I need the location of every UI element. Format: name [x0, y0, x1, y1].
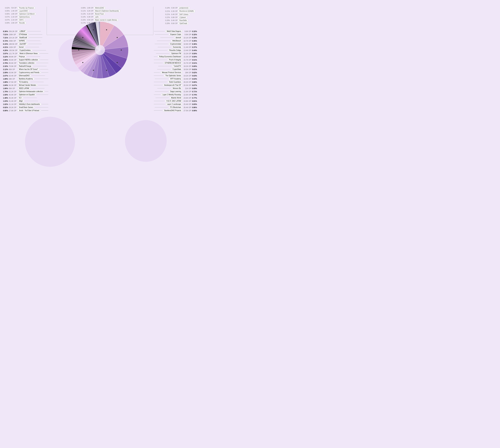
right-label-item: Layer 2 Landscape 25.4K OP 0.83%	[154, 103, 198, 105]
left-label-item: 3.06% 93.6K OP Support NERDs collection	[2, 59, 48, 61]
right-label-item: H.E.R. DAO LATAM 24.8K OP 0.81%	[154, 100, 198, 102]
right-label-item: CryptoStats 18.5K OP 0.61%	[154, 68, 198, 71]
right-label-item: donnoh 10.1K OP 0.33%	[154, 36, 198, 39]
right-label-item: Atlantis World 23.6K OP 0.77%	[154, 96, 198, 99]
right-labels-section: Web3 Data Degens 9.6K OP 0.32% Espacio C…	[154, 30, 198, 112]
left-label-item: 3.97% 121.7K OP Week in Ethereum News	[2, 52, 48, 55]
right-label-item: Messari Protocol Services 19K OP 0.62%	[154, 71, 198, 74]
right-label-item: ETHEREUM MÉXICO 15.7K OP 0.51%	[154, 62, 198, 64]
top-left-item: 0.06%1.8K OPOptimism Cult Merch	[5, 13, 36, 15]
top-right-item: 0.21%6.3K OPBlocktrend (區塊勢)	[165, 10, 195, 13]
left-label-item: 1.03% 31.4K OP diligit	[2, 100, 48, 102]
right-label-item: Web3 Data Degens 9.6K OP 0.32%	[154, 30, 198, 32]
right-label-item: TurboETH 18.2K OP 0.60%	[154, 65, 198, 67]
left-label-item: 1.48% 45.3K OP IC3	[2, 96, 48, 99]
top-right-item: 0.22%6.8K OPL2planet	[165, 16, 195, 19]
page-title	[0, 0, 200, 5]
left-label-item: 1.84% 56.3K OP Michael Vander Meiden	[2, 84, 48, 86]
right-label-item: thesleeper.eth Thai OP 20.3K OP 0.67%	[154, 84, 198, 86]
top-left-item: 0.02%724 OPThumbs Up Finance	[5, 7, 36, 9]
left-label-item: 1.88% 57.5K OP TE Academy	[2, 81, 48, 83]
right-label-item: Filosofía Código 13.4K OP 0.44%	[154, 49, 198, 51]
left-label-item: 0.92% 28.2K OP Small Brain Games	[2, 106, 48, 109]
left-label-item: 4.26% 130.5K OP CryptoZombies	[2, 49, 48, 51]
pie-dot	[82, 62, 83, 63]
right-label-item: Node Guardians 20.2K OP 0.66%	[154, 81, 198, 83]
main-container: 0.02%724 OPThumbs Up Finance0.05%1.4K OP…	[0, 5, 200, 175]
left-label-item: 1.80% 55K OP SEED LATAM	[2, 87, 48, 90]
top-middle-item: 0.09%2.8K OPMetricsDAO	[81, 7, 120, 9]
left-label-item: 1.02% 31.1K OP hildobby's Dune dashboard…	[2, 103, 48, 105]
left-label-item: 7.31% 224.1K OP BuidlGuidl	[2, 36, 48, 39]
top-middle-item: 0.14%4.3K OPcp0x	[81, 16, 120, 18]
left-label-item: 6.72% 206K OP 0xPARC	[2, 40, 48, 42]
pie-dot	[93, 29, 94, 30]
top-middle-item: 0.13%4.1K OPBored Town	[81, 13, 120, 15]
left-label-item: 2.79% 85.6K OP Translators collection	[2, 62, 48, 64]
top-left-item: 0.07%2.1K OPOptimismGuru	[5, 16, 36, 18]
bg-decoration-2	[125, 120, 167, 162]
left-label-item: 2.12% 65K OP Where has the OP Gone?	[2, 68, 48, 71]
left-label-item: 8.36% 256.2K OP L2BEAT	[2, 30, 48, 32]
left-label-item: 3.22% 98.8K OP Polynya	[2, 55, 48, 58]
top-right-item: 0.28%8.6K OPOptiChads	[165, 22, 195, 25]
left-label-item: 2.32% 70.9K OP RadicalXChange	[2, 65, 48, 67]
pie-chart	[70, 20, 130, 80]
pie-svg	[70, 20, 130, 80]
pie-dot	[93, 70, 94, 71]
pie-dot	[106, 70, 107, 71]
pie-dot	[82, 37, 83, 38]
left-label-item: 7.51% 230K OP ETHGlobal	[2, 33, 48, 36]
top-right-item: 0.21%6.4K OPDeFi Library	[165, 13, 195, 16]
top-left-col: 0.02%724 OPThumbs Up Finance0.05%1.4K OP…	[5, 7, 36, 25]
bg-decoration-1	[25, 117, 75, 167]
left-label-item: 2.07% 63.4K OP EthernautDAO	[2, 74, 48, 77]
top-middle-item: 0.11%3.2K OPMarcoV (Optimism Dashboards)	[81, 10, 120, 12]
right-label-item: Women Biz 21K OP 0.69%	[154, 87, 198, 90]
right-label-item: Web3beach 10.7K OP 0.35%	[154, 40, 198, 42]
left-label-item: 1.50% 45.9K OP Optimism en Español	[2, 93, 48, 96]
left-label-item: 4.31% 132K OP Kernel	[2, 46, 48, 48]
top-right-item: 0.28%8.4K OPRareSkills	[165, 19, 195, 22]
top-left-item: 0.09%2.8K OPRevolte	[5, 22, 36, 24]
left-label-item: 1.89% 58K OP Bankless Academy	[2, 78, 48, 80]
pie-center	[95, 45, 105, 55]
right-label-item: Dapp-Learning 21.6K OP 0.71%	[154, 90, 198, 93]
right-label-item: Duniversity 11.4K OP 0.37%	[154, 46, 198, 48]
top-left-item: 0.05%1.4K OPLayer2DAO	[5, 10, 36, 12]
pie-dot	[78, 49, 79, 50]
pie-dot	[121, 49, 122, 50]
right-label-item: Optimism FM 15.2K OP 0.50%	[154, 52, 198, 55]
left-label-item: 0.90% 27.6K OP Jrocki - YouTube & Podcas…	[2, 109, 48, 112]
left-label-item: 6.15% 188.5K OP ZachXBT	[2, 43, 48, 45]
right-label-item: Layer 2 Weekly Roundup 22.6K OP 0.74%	[154, 93, 198, 96]
pie-dot	[117, 37, 118, 38]
top-left-item: 0.07%2.1K OPOAYC	[5, 19, 36, 21]
top-right-col: 0.18%5.5K OPjordanmmck0.21%6.3K OPBlockt…	[165, 7, 195, 25]
right-label-item: Cryptoversidad 10.9K OP 0.36%	[154, 43, 198, 45]
left-label-item: 2.09% 63.9K OP Cryptocurrency and Friend…	[2, 71, 48, 74]
right-label-item: The Optimistic Series 19.2K OP 0.63%	[154, 74, 198, 77]
right-label-item: ITU Blockchain 26.4K OP 0.86%	[154, 106, 198, 109]
right-label-item: BanklessDAO Projects 27.5K OP 0.90%	[154, 109, 198, 112]
right-label-item: Proof of Integrity 15.7K OP 0.51%	[154, 59, 198, 61]
right-label-item: Rollup Economics Dashboard 15.3K OP 0.50…	[154, 55, 198, 58]
pie-dot	[106, 29, 107, 30]
top-right-item: 0.18%5.5K OPjordanmmck	[165, 7, 195, 9]
left-label-item: 1.70% 52.2K OP Optimism Ambassador colle…	[2, 90, 48, 93]
pie-dot	[117, 62, 118, 63]
right-label-item: Espacio Cripto 9.9K OP 0.32%	[154, 33, 198, 36]
right-label-item: WTF Academy 19.4K OP 0.63%	[154, 78, 198, 80]
left-labels-section: 8.36% 256.2K OP L2BEAT 7.51% 230K OP ETH…	[2, 30, 48, 112]
